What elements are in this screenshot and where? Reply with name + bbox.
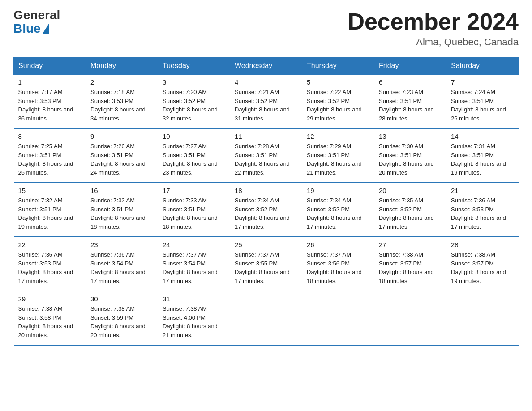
page-title: December 2024 <box>348 9 519 34</box>
day-number: 2 <box>90 78 153 86</box>
day-info: Sunrise: 7:37 AMSunset: 3:55 PMDaylight:… <box>235 250 297 285</box>
day-info: Sunrise: 7:38 AMSunset: 3:57 PMDaylight:… <box>451 250 514 285</box>
day-number: 25 <box>235 241 297 248</box>
table-row: 12 Sunrise: 7:29 AMSunset: 3:51 PMDaylig… <box>302 128 374 183</box>
day-info: Sunrise: 7:38 AMSunset: 4:00 PMDaylight:… <box>163 304 225 339</box>
calendar-week-row: 15 Sunrise: 7:32 AMSunset: 3:51 PMDaylig… <box>14 183 519 237</box>
day-info: Sunrise: 7:38 AMSunset: 3:59 PMDaylight:… <box>90 304 153 339</box>
day-number: 13 <box>379 133 442 140</box>
day-number: 4 <box>235 78 297 86</box>
col-thursday: Thursday <box>302 57 374 75</box>
day-info: Sunrise: 7:18 AMSunset: 3:53 PMDaylight:… <box>90 88 153 123</box>
table-row: 2 Sunrise: 7:18 AMSunset: 3:53 PMDayligh… <box>86 75 158 129</box>
day-info: Sunrise: 7:35 AMSunset: 3:52 PMDaylight:… <box>379 196 442 231</box>
table-row: 15 Sunrise: 7:32 AMSunset: 3:51 PMDaylig… <box>14 183 86 237</box>
day-number: 27 <box>379 241 442 248</box>
day-number: 3 <box>163 78 225 86</box>
table-row: 26 Sunrise: 7:37 AMSunset: 3:56 PMDaylig… <box>302 237 374 291</box>
day-number: 26 <box>307 241 369 248</box>
day-number: 23 <box>90 241 153 248</box>
day-info: Sunrise: 7:36 AMSunset: 3:53 PMDaylight:… <box>451 196 514 231</box>
table-row: 17 Sunrise: 7:33 AMSunset: 3:51 PMDaylig… <box>158 183 230 237</box>
calendar-header-row: Sunday Monday Tuesday Wednesday Thursday… <box>14 57 519 75</box>
table-row: 22 Sunrise: 7:36 AMSunset: 3:53 PMDaylig… <box>14 237 86 291</box>
col-monday: Monday <box>86 57 158 75</box>
day-number: 24 <box>163 241 225 248</box>
table-row <box>302 291 374 345</box>
table-row: 11 Sunrise: 7:28 AMSunset: 3:51 PMDaylig… <box>230 128 302 183</box>
day-info: Sunrise: 7:32 AMSunset: 3:51 PMDaylight:… <box>18 196 82 231</box>
col-saturday: Saturday <box>446 57 519 75</box>
day-info: Sunrise: 7:34 AMSunset: 3:52 PMDaylight:… <box>307 196 369 231</box>
day-number: 1 <box>18 78 82 86</box>
day-number: 12 <box>307 133 369 140</box>
day-info: Sunrise: 7:37 AMSunset: 3:54 PMDaylight:… <box>163 250 225 285</box>
day-info: Sunrise: 7:28 AMSunset: 3:51 PMDaylight:… <box>235 142 297 177</box>
day-number: 31 <box>163 295 225 303</box>
table-row: 4 Sunrise: 7:21 AMSunset: 3:52 PMDayligh… <box>230 75 302 129</box>
table-row: 7 Sunrise: 7:24 AMSunset: 3:51 PMDayligh… <box>446 75 519 129</box>
day-number: 11 <box>235 133 297 140</box>
table-row <box>446 291 519 345</box>
day-info: Sunrise: 7:36 AMSunset: 3:54 PMDaylight:… <box>90 250 153 285</box>
day-info: Sunrise: 7:38 AMSunset: 3:57 PMDaylight:… <box>379 250 442 285</box>
logo: General Blue <box>13 9 60 36</box>
calendar-week-row: 1 Sunrise: 7:17 AMSunset: 3:53 PMDayligh… <box>14 75 519 129</box>
logo-general-text: General <box>13 9 60 21</box>
calendar-week-row: 29 Sunrise: 7:38 AMSunset: 3:58 PMDaylig… <box>14 291 519 345</box>
day-number: 7 <box>451 78 514 86</box>
col-wednesday: Wednesday <box>230 57 302 75</box>
table-row: 20 Sunrise: 7:35 AMSunset: 3:52 PMDaylig… <box>374 183 446 237</box>
table-row: 1 Sunrise: 7:17 AMSunset: 3:53 PMDayligh… <box>14 75 86 129</box>
table-row: 28 Sunrise: 7:38 AMSunset: 3:57 PMDaylig… <box>446 237 519 291</box>
day-number: 5 <box>307 78 369 86</box>
table-row <box>374 291 446 345</box>
page-subtitle: Alma, Quebec, Canada <box>348 36 519 48</box>
table-row: 29 Sunrise: 7:38 AMSunset: 3:58 PMDaylig… <box>14 291 86 345</box>
day-number: 18 <box>235 187 297 194</box>
col-tuesday: Tuesday <box>158 57 230 75</box>
col-friday: Friday <box>374 57 446 75</box>
table-row: 24 Sunrise: 7:37 AMSunset: 3:54 PMDaylig… <box>158 237 230 291</box>
day-info: Sunrise: 7:38 AMSunset: 3:58 PMDaylight:… <box>18 304 82 339</box>
day-info: Sunrise: 7:17 AMSunset: 3:53 PMDaylight:… <box>18 88 82 123</box>
day-number: 29 <box>18 295 82 303</box>
day-number: 30 <box>90 295 153 303</box>
day-number: 16 <box>90 187 153 194</box>
page-header: General Blue December 2024 Alma, Quebec,… <box>13 9 519 48</box>
logo-triangle-icon <box>43 24 49 34</box>
logo-blue-text: Blue <box>13 21 49 36</box>
day-number: 8 <box>18 133 82 140</box>
day-info: Sunrise: 7:25 AMSunset: 3:51 PMDaylight:… <box>18 142 82 177</box>
calendar-week-row: 22 Sunrise: 7:36 AMSunset: 3:53 PMDaylig… <box>14 237 519 291</box>
day-info: Sunrise: 7:30 AMSunset: 3:51 PMDaylight:… <box>379 142 442 177</box>
day-info: Sunrise: 7:33 AMSunset: 3:51 PMDaylight:… <box>163 196 225 231</box>
day-info: Sunrise: 7:36 AMSunset: 3:53 PMDaylight:… <box>18 250 82 285</box>
day-number: 28 <box>451 241 514 248</box>
table-row: 30 Sunrise: 7:38 AMSunset: 3:59 PMDaylig… <box>86 291 158 345</box>
table-row: 10 Sunrise: 7:27 AMSunset: 3:51 PMDaylig… <box>158 128 230 183</box>
day-info: Sunrise: 7:31 AMSunset: 3:51 PMDaylight:… <box>451 142 514 177</box>
calendar-table: Sunday Monday Tuesday Wednesday Thursday… <box>13 57 519 346</box>
table-row: 19 Sunrise: 7:34 AMSunset: 3:52 PMDaylig… <box>302 183 374 237</box>
day-info: Sunrise: 7:23 AMSunset: 3:51 PMDaylight:… <box>379 88 442 123</box>
day-info: Sunrise: 7:20 AMSunset: 3:52 PMDaylight:… <box>163 88 225 123</box>
day-number: 15 <box>18 187 82 194</box>
day-number: 19 <box>307 187 369 194</box>
day-info: Sunrise: 7:26 AMSunset: 3:51 PMDaylight:… <box>90 142 153 177</box>
calendar-week-row: 8 Sunrise: 7:25 AMSunset: 3:51 PMDayligh… <box>14 128 519 183</box>
day-number: 9 <box>90 133 153 140</box>
day-info: Sunrise: 7:24 AMSunset: 3:51 PMDaylight:… <box>451 88 514 123</box>
day-info: Sunrise: 7:34 AMSunset: 3:52 PMDaylight:… <box>235 196 297 231</box>
table-row: 5 Sunrise: 7:22 AMSunset: 3:52 PMDayligh… <box>302 75 374 129</box>
table-row: 6 Sunrise: 7:23 AMSunset: 3:51 PMDayligh… <box>374 75 446 129</box>
table-row <box>230 291 302 345</box>
table-row: 23 Sunrise: 7:36 AMSunset: 3:54 PMDaylig… <box>86 237 158 291</box>
table-row: 9 Sunrise: 7:26 AMSunset: 3:51 PMDayligh… <box>86 128 158 183</box>
table-row: 18 Sunrise: 7:34 AMSunset: 3:52 PMDaylig… <box>230 183 302 237</box>
day-info: Sunrise: 7:29 AMSunset: 3:51 PMDaylight:… <box>307 142 369 177</box>
col-sunday: Sunday <box>14 57 86 75</box>
table-row: 21 Sunrise: 7:36 AMSunset: 3:53 PMDaylig… <box>446 183 519 237</box>
day-info: Sunrise: 7:21 AMSunset: 3:52 PMDaylight:… <box>235 88 297 123</box>
day-info: Sunrise: 7:37 AMSunset: 3:56 PMDaylight:… <box>307 250 369 285</box>
